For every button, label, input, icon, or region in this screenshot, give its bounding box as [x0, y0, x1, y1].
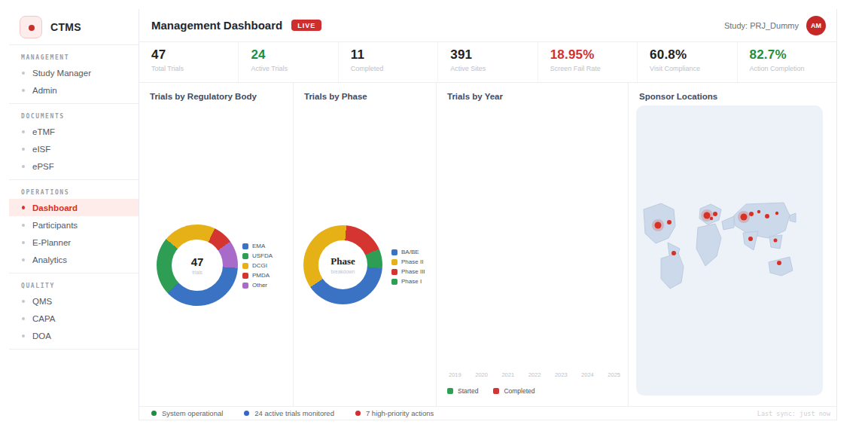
donut-center-sub: trials	[192, 270, 203, 275]
regulatory-donut-chart: 47 trials	[157, 225, 238, 306]
legend-item[interactable]: EMA	[242, 243, 273, 249]
sidebar-item-dashboard[interactable]: Dashboard	[9, 199, 139, 216]
x-tick-label: 2025	[608, 371, 620, 378]
nav-section-label: QUALITY	[9, 276, 139, 292]
legend-item-started[interactable]: Started	[447, 387, 478, 395]
sidebar-item-admin[interactable]: Admin	[9, 81, 139, 99]
nav-section-label: OPERATIONS	[9, 183, 139, 199]
bullet-icon	[22, 317, 25, 320]
sponsor-dot	[774, 239, 778, 243]
legend-label: EMA	[252, 243, 265, 249]
kpi-completed: 11Completed	[339, 42, 438, 82]
sidebar-item-epsf[interactable]: ePSF	[9, 157, 139, 175]
legend-label: Started	[458, 387, 478, 395]
bullet-icon	[22, 89, 25, 92]
legend-swatch	[242, 273, 248, 279]
legend-item[interactable]: Phase II	[391, 258, 425, 265]
sidebar-item-label: CAPA	[32, 314, 55, 323]
sidebar-item-participants[interactable]: Participants	[9, 216, 139, 234]
sponsor-dot	[777, 261, 781, 265]
legend-item[interactable]: DCGI	[242, 262, 273, 269]
sidebar-item-label: E-Planner	[32, 238, 71, 247]
status-item: 24 active trials monitored	[244, 409, 334, 417]
legend-item[interactable]: Phase I	[391, 278, 425, 285]
legend-swatch	[242, 243, 248, 249]
page-title: Management Dashboard	[151, 19, 282, 32]
x-tick-label: 2021	[501, 371, 514, 378]
kpi-label: Action Completion	[750, 65, 836, 72]
sidebar-item-study-manager[interactable]: Study Manager	[9, 64, 139, 81]
legend-label: USFDA	[252, 252, 273, 259]
sidebar-item-doa[interactable]: DOA	[9, 327, 139, 344]
nav-section-label: MANAGEMENT	[9, 48, 139, 64]
legend-item[interactable]: BA/BE	[391, 249, 425, 255]
legend-label: Phase I	[401, 278, 422, 285]
x-tick-label: 2020	[475, 371, 488, 378]
legend-item[interactable]: USFDA	[242, 252, 273, 259]
continent-asia-east	[790, 213, 796, 222]
legend-swatch	[391, 259, 397, 265]
sidebar-item-qms[interactable]: QMS	[9, 292, 139, 310]
status-text: System operational	[162, 409, 223, 417]
panel-title: Trials by Phase	[304, 92, 436, 101]
donut-center: Phase breakdown	[318, 240, 367, 289]
kpi-active-trials: 24Active Trials	[239, 42, 338, 82]
legend-swatch	[493, 388, 499, 394]
app: CTMS MANAGEMENTStudy ManagerAdminDOCUMEN…	[9, 9, 837, 420]
kpi-value: 24	[251, 47, 337, 63]
panel-trials-by-regulatory-body: Trials by Regulatory Body 47 trials EMAU…	[139, 83, 294, 406]
status-dot-icon	[244, 411, 249, 416]
sidebar-item-label: Analytics	[32, 255, 67, 264]
continent-asia-west	[722, 216, 734, 230]
sidebar-item-label: ePSF	[32, 162, 54, 171]
kpi-total-trials: 47Total Trials	[139, 42, 239, 82]
status-dot-icon	[355, 411, 361, 416]
kpi-value: 391	[450, 47, 537, 63]
legend-item[interactable]: Other	[242, 282, 273, 289]
panel-trials-by-year: Trials by Year 2019202020212022202320242…	[437, 83, 629, 406]
bullet-icon	[22, 334, 25, 338]
kpi-visit-compliance: 60.8%Visit Compliance	[638, 42, 737, 82]
legend-item[interactable]: Phase III	[391, 268, 425, 275]
sponsor-dot	[655, 222, 662, 229]
kpi-value: 60.8%	[650, 47, 736, 63]
donut-center-value: Phase	[330, 255, 355, 267]
status-dot-icon	[151, 411, 157, 416]
sidebar-item-capa[interactable]: CAPA	[9, 310, 139, 327]
continent-australia	[769, 257, 793, 276]
bullet-icon	[22, 72, 25, 75]
statusbar: System operational24 active trials monit…	[139, 406, 836, 420]
logo-text: CTMS	[50, 21, 81, 33]
legend-label: Other	[252, 282, 267, 289]
legend-label: BA/BE	[401, 249, 419, 255]
nav-section: DOCUMENTSeTMFeISFePSF	[9, 103, 139, 179]
donut-center-sub: breakdown	[331, 269, 355, 274]
sponsor-dot	[710, 217, 713, 220]
panel-title: Trials by Regulatory Body	[150, 92, 293, 101]
x-tick-label: 2023	[555, 371, 568, 378]
sidebar-item-eisf[interactable]: eISF	[9, 140, 139, 157]
donut-center: 47 trials	[172, 240, 223, 291]
sponsor-dot	[765, 214, 769, 218]
bullet-icon	[22, 224, 25, 227]
legend-item[interactable]: PMDA	[242, 272, 273, 279]
sidebar-item-analytics[interactable]: Analytics	[9, 251, 139, 268]
sidebar-item-label: QMS	[32, 297, 52, 306]
kpi-label: Active Sites	[450, 65, 537, 72]
sidebar-item-e-planner[interactable]: E-Planner	[9, 234, 139, 251]
kpi-label: Screen Fail Rate	[550, 65, 637, 72]
sponsor-dot	[757, 210, 760, 213]
status-items: System operational24 active trials monit…	[151, 409, 434, 417]
status-item: System operational	[151, 409, 223, 417]
bullet-icon	[22, 165, 25, 168]
bullet-icon	[22, 206, 25, 209]
nav-section: QUALITYQMSCAPADOA	[9, 273, 139, 349]
legend-label: Phase II	[401, 258, 423, 265]
sidebar-item-label: Dashboard	[32, 203, 78, 212]
sidebar-item-etmf[interactable]: eTMF	[9, 123, 139, 140]
sidebar-item-label: Study Manager	[32, 69, 91, 78]
phase-donut-chart: Phase breakdown	[303, 225, 382, 304]
legend-item-completed[interactable]: Completed	[493, 387, 535, 395]
continent-shapes	[644, 203, 796, 289]
avatar[interactable]: AM	[806, 16, 826, 35]
